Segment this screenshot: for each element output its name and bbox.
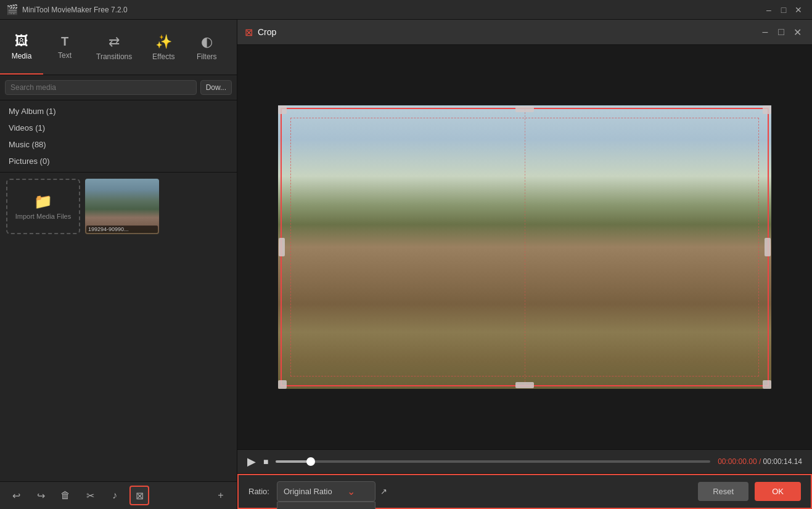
cursor-indicator: ↗: [380, 487, 387, 496]
media-grid: 📁 Import Media Files 199294-90990...: [0, 173, 237, 481]
text-icon: T: [61, 35, 68, 49]
ratio-dropdown: Original Ratio ⌄ Original Ratio 16:9 4:3…: [277, 481, 375, 502]
ok-button[interactable]: OK: [755, 482, 801, 501]
undo-button[interactable]: ↩: [6, 486, 26, 505]
video-scene: [278, 105, 771, 389]
progress-track[interactable]: [276, 460, 710, 463]
import-media-button[interactable]: 📁 Import Media Files: [6, 179, 80, 234]
dropdown-arrow-icon: ⌄: [347, 486, 355, 497]
tab-text-label: Text: [58, 51, 72, 60]
reset-button[interactable]: Reset: [698, 482, 748, 501]
download-button[interactable]: Dow...: [200, 80, 232, 95]
tab-filters-label: Filters: [197, 52, 217, 61]
tab-effects-label: Effects: [152, 52, 174, 61]
action-buttons: Reset OK: [698, 482, 801, 501]
app-logo-icon: 🎬: [6, 4, 18, 15]
transitions-icon: ⇄: [109, 34, 120, 50]
content-row: 🖼 Media T Text ⇄ Transitions ✨ Effects ◐: [0, 20, 812, 509]
crop-window-buttons: – □ ✕: [758, 25, 805, 39]
media-icon: 🖼: [15, 33, 28, 49]
audio-button[interactable]: ♪: [105, 486, 125, 505]
sidebar-item-album[interactable]: My Album (1): [0, 103, 237, 120]
media-thumbnail[interactable]: 199294-90990...: [85, 179, 159, 234]
current-time: 00:00:00.00: [718, 457, 757, 466]
app-title: MiniTool MovieMaker Free 7.2.0: [22, 6, 128, 14]
nav-tabs: 🖼 Media T Text ⇄ Transitions ✨ Effects ◐: [0, 20, 237, 75]
close-button[interactable]: ✕: [791, 2, 806, 17]
ratio-label: Ratio:: [248, 487, 269, 496]
import-label: Import Media Files: [15, 213, 71, 220]
media-thumb-label: 199294-90990...: [86, 226, 158, 233]
screen: 🎬 MiniTool MovieMaker Free 7.2.0 – □ ✕ 🖼…: [0, 0, 812, 509]
bottom-toolbar: ↩ ↪ 🗑 ✂ ♪ ⊠ +: [0, 481, 237, 509]
delete-button[interactable]: 🗑: [55, 486, 75, 505]
crop-button[interactable]: ⊠: [129, 486, 149, 505]
crop-titlebar: ⊠ Crop – □ ✕: [237, 20, 812, 45]
folder-icon: 📁: [34, 193, 52, 210]
time-display: 00:00:00.00 / 00:00:14.14: [718, 457, 802, 466]
ratio-dropdown-menu: Original Ratio 16:9 4:3 1:1 3:4 9:16: [277, 502, 375, 509]
crop-preview: [237, 45, 812, 449]
crop-minimize-button[interactable]: –: [758, 25, 773, 39]
tab-transitions-label: Transitions: [96, 52, 132, 61]
time-separator: /: [759, 457, 763, 466]
ratio-option-original[interactable]: Original Ratio: [277, 502, 375, 509]
play-button[interactable]: ▶: [247, 455, 256, 468]
ratio-dropdown-button[interactable]: Original Ratio ⌄: [277, 481, 375, 502]
sidebar-item-music[interactable]: Music (88): [0, 136, 237, 153]
crop-dialog-title: Crop: [258, 27, 276, 37]
ratio-selected-value: Original Ratio: [284, 487, 332, 496]
tab-media-label: Media: [12, 52, 32, 60]
tab-filters[interactable]: ◐ Filters: [185, 20, 228, 75]
stop-button[interactable]: ■: [263, 457, 268, 466]
sidebar-toolbar: Dow...: [0, 75, 237, 100]
filters-icon: ◐: [201, 34, 213, 50]
left-panel: 🖼 Media T Text ⇄ Transitions ✨ Effects ◐: [0, 20, 237, 509]
tab-media[interactable]: 🖼 Media: [0, 20, 43, 75]
sidebar-tree: My Album (1) Videos (1) Music (88) Pictu…: [0, 100, 237, 173]
progress-fill: [276, 460, 310, 463]
tab-effects[interactable]: ✨ Effects: [142, 20, 185, 75]
effects-icon: ✨: [155, 34, 172, 50]
minimize-button[interactable]: –: [761, 2, 776, 17]
crop-maximize-button[interactable]: □: [774, 25, 789, 39]
sidebar-item-videos[interactable]: Videos (1): [0, 120, 237, 136]
crop-dialog: ⊠ Crop – □ ✕: [237, 20, 812, 509]
tab-transitions[interactable]: ⇄ Transitions: [86, 20, 142, 75]
search-input[interactable]: [5, 80, 197, 95]
crop-close-button[interactable]: ✕: [790, 25, 805, 39]
video-frame: [278, 105, 771, 389]
add-track-button[interactable]: +: [211, 486, 231, 505]
sidebar-item-pictures[interactable]: Pictures (0): [0, 153, 237, 169]
crop-dialog-icon: ⊠: [245, 26, 253, 38]
ratio-section: Ratio: Original Ratio ⌄ Original Ratio 1…: [237, 474, 812, 509]
ratio-section-wrapper: Ratio: Original Ratio ⌄ Original Ratio 1…: [237, 473, 812, 509]
total-time: 00:00:14.14: [763, 457, 802, 466]
right-wrapper: ⊠ Crop – □ ✕: [237, 20, 812, 509]
title-bar: 🎬 MiniTool MovieMaker Free 7.2.0 – □ ✕: [0, 0, 812, 20]
tab-text[interactable]: T Text: [43, 20, 86, 75]
progress-thumb[interactable]: [306, 457, 315, 466]
maximize-button[interactable]: □: [776, 2, 791, 17]
cut-button[interactable]: ✂: [80, 486, 100, 505]
playback-bar: ▶ ■ 00:00:00.00 / 00:00:14.14: [237, 449, 812, 473]
redo-button[interactable]: ↪: [31, 486, 51, 505]
